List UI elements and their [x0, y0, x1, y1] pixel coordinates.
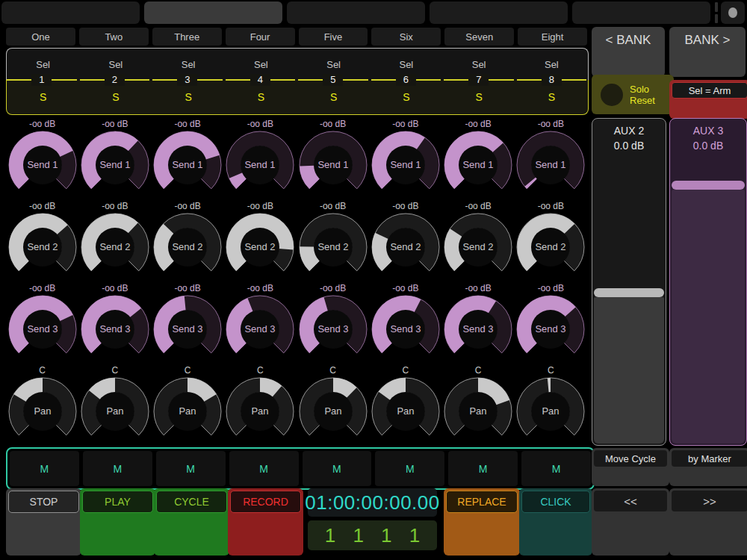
- stop-button[interactable]: STOP: [6, 488, 81, 556]
- send3-knob-ch5[interactable]: Send 3: [298, 294, 368, 364]
- pan-knob-ch1[interactable]: Pan: [7, 376, 78, 447]
- solo-reset-button[interactable]: Solo Reset: [592, 75, 674, 114]
- send3-knob-ch1[interactable]: Send 3: [7, 294, 78, 364]
- tab-4[interactable]: [430, 1, 568, 24]
- track-button-4[interactable]: Four: [226, 28, 295, 46]
- send1-knob-ch6[interactable]: Send 1: [371, 130, 441, 200]
- knob-value-label: -oo dB: [247, 119, 273, 130]
- pan-channel-4: CPan: [224, 365, 297, 447]
- fader-fill: [594, 297, 664, 444]
- svg-text:Send 2: Send 2: [390, 241, 421, 252]
- knob-value-label: C: [475, 365, 482, 376]
- track-button-1[interactable]: One: [6, 28, 75, 46]
- send1-channel-3: -oo dBSend 1: [152, 119, 224, 200]
- track-button-8[interactable]: Eight: [518, 28, 587, 46]
- move-cycle-button[interactable]: Move Cycle: [592, 448, 669, 486]
- replace-label: REPLACE: [446, 491, 518, 513]
- knob-value-label: -oo dB: [174, 201, 200, 212]
- send1-knob-ch7[interactable]: Send 1: [443, 130, 513, 200]
- send2-knob-ch3[interactable]: Send 2: [152, 212, 223, 282]
- fader-fill: [672, 190, 745, 444]
- forward-button[interactable]: >>: [669, 488, 747, 556]
- track-button-7[interactable]: Seven: [444, 28, 514, 46]
- knob-value-label: -oo dB: [247, 283, 273, 294]
- pan-knob-ch3[interactable]: Pan: [152, 376, 223, 447]
- aux2-fader[interactable]: AUX 2 0.0 dB: [592, 118, 666, 446]
- menu-dot-button[interactable]: [721, 1, 745, 24]
- play-button[interactable]: PLAY: [80, 488, 155, 556]
- svg-text:Send 1: Send 1: [173, 159, 203, 170]
- knob-value-label: -oo dB: [392, 119, 418, 130]
- mute-button-ch2[interactable]: M: [83, 451, 152, 486]
- bars-beats-display: 1 1 1 1: [308, 520, 437, 550]
- knob-value-label: -oo dB: [102, 119, 128, 130]
- track-button-3[interactable]: Three: [152, 28, 222, 46]
- sel-equals-arm-button[interactable]: Sel = Arm: [669, 80, 747, 119]
- knob-value-label: -oo dB: [465, 201, 491, 212]
- rewind-button[interactable]: <<: [592, 488, 669, 556]
- send2-knob-ch1[interactable]: Send 2: [7, 212, 78, 282]
- by-marker-button[interactable]: by Marker: [669, 448, 747, 486]
- send3-knob-ch4[interactable]: Send 3: [225, 294, 295, 364]
- track-button-5[interactable]: Five: [299, 28, 368, 46]
- send3-channel-8: -oo dBSend 3: [515, 283, 587, 364]
- svg-text:Pan: Pan: [397, 405, 414, 417]
- mute-button-ch6[interactable]: M: [375, 451, 444, 486]
- mute-button-ch1[interactable]: M: [10, 451, 79, 486]
- send3-knob-ch6[interactable]: Send 3: [371, 294, 441, 364]
- send1-knob-ch1[interactable]: Send 1: [7, 130, 78, 200]
- send2-knob-ch5[interactable]: Send 2: [298, 212, 368, 282]
- mute-button-ch8[interactable]: M: [521, 451, 591, 486]
- tab-5[interactable]: [572, 1, 710, 24]
- send2-knob-ch7[interactable]: Send 2: [443, 212, 513, 282]
- svg-text:Send 3: Send 3: [27, 323, 58, 335]
- cycle-button[interactable]: CYCLE: [154, 488, 229, 556]
- pan-knob-ch8[interactable]: Pan: [515, 376, 586, 447]
- send3-knob-ch2[interactable]: Send 3: [80, 294, 150, 364]
- send1-knob-ch4[interactable]: Send 1: [225, 130, 295, 200]
- mute-button-ch5[interactable]: M: [303, 451, 372, 486]
- channel-number-7: 7: [444, 74, 514, 86]
- track-button-6[interactable]: Six: [371, 28, 441, 46]
- send1-knob-ch3[interactable]: Send 1: [152, 130, 223, 200]
- svg-text:Send 1: Send 1: [536, 159, 566, 170]
- track-button-2[interactable]: Two: [79, 28, 149, 46]
- mute-button-ch3[interactable]: M: [156, 451, 226, 486]
- send1-knob-ch8[interactable]: Send 1: [515, 130, 586, 200]
- tab-3[interactable]: [287, 1, 425, 24]
- tab-1[interactable]: [1, 1, 140, 24]
- svg-text:Send 1: Send 1: [317, 159, 348, 170]
- knob-value-label: -oo dB: [29, 283, 55, 294]
- record-button[interactable]: RECORD: [228, 488, 303, 556]
- send2-channel-4: -oo dBSend 2: [224, 201, 297, 282]
- send1-knob-ch5[interactable]: Send 1: [298, 130, 368, 200]
- tab-2[interactable]: [144, 1, 282, 24]
- knob-value-label: -oo dB: [320, 201, 346, 212]
- pan-knob-ch4[interactable]: Pan: [225, 376, 295, 447]
- mute-button-ch7[interactable]: M: [448, 451, 518, 486]
- pan-knob-ch5[interactable]: Pan: [298, 376, 368, 447]
- send1-knob-ch2[interactable]: Send 1: [80, 130, 150, 200]
- mute-button-ch4[interactable]: M: [229, 451, 299, 486]
- fader-handle[interactable]: [594, 288, 664, 297]
- send2-knob-ch8[interactable]: Send 2: [515, 212, 586, 282]
- send3-knob-ch3[interactable]: Send 3: [152, 294, 223, 364]
- click-button[interactable]: CLICK: [519, 488, 592, 556]
- send3-knob-ch7[interactable]: Send 3: [443, 294, 513, 364]
- send2-knob-ch6[interactable]: Send 2: [371, 212, 441, 282]
- pan-knob-ch2[interactable]: Pan: [80, 376, 150, 447]
- send3-knob-ch8[interactable]: Send 3: [515, 294, 586, 364]
- send2-knob-ch4[interactable]: Send 2: [225, 212, 295, 282]
- bank-previous-button[interactable]: < BANK: [592, 27, 665, 77]
- replace-button[interactable]: REPLACE: [444, 488, 520, 556]
- fader-handle[interactable]: [672, 181, 745, 190]
- svg-text:Send 1: Send 1: [390, 159, 421, 170]
- aux3-fader[interactable]: AUX 3 0.0 dB: [669, 118, 747, 446]
- pan-knob-ch6[interactable]: Pan: [371, 376, 441, 447]
- svg-text:Send 1: Send 1: [245, 159, 276, 170]
- pan-channel-5: CPan: [297, 365, 369, 447]
- bank-next-button[interactable]: BANK >: [669, 27, 746, 77]
- pan-knob-ch7[interactable]: Pan: [443, 376, 513, 447]
- send2-knob-ch2[interactable]: Send 2: [80, 212, 150, 282]
- send3-channel-7: -oo dBSend 3: [442, 283, 515, 364]
